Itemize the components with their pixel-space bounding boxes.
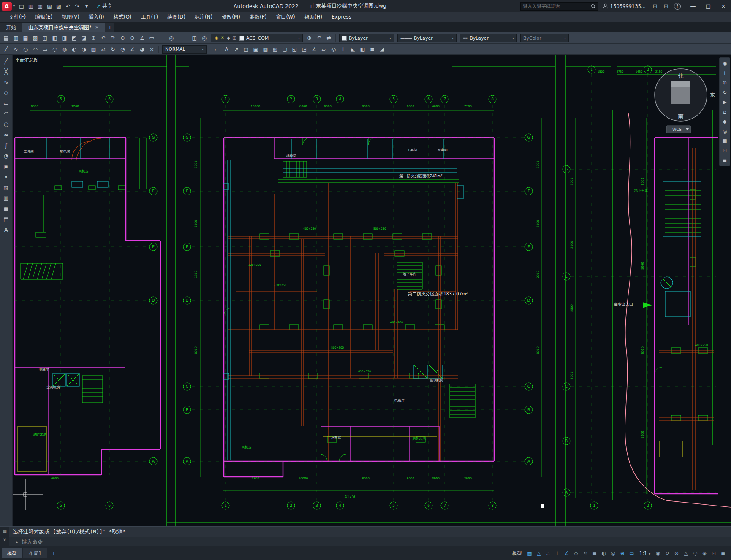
menu-item[interactable]: 窗口(W) (272, 12, 300, 22)
list-icon[interactable]: ≡ (367, 45, 377, 54)
search-input[interactable] (523, 3, 589, 9)
layer-list-icon[interactable]: ≡ (157, 33, 166, 43)
ellipse-tool-icon[interactable]: ◔ (1, 151, 11, 161)
infer-constraints-icon[interactable]: ∴ (543, 549, 553, 558)
angle-icon[interactable]: ∠ (309, 45, 319, 54)
tab-start[interactable]: 开始 (0, 23, 22, 32)
nav-menu-icon[interactable]: ≡ (720, 156, 729, 165)
annotation-visibility-icon[interactable]: ◉ (653, 549, 663, 558)
customization-icon[interactable]: ≡ (718, 549, 728, 558)
open-file-icon[interactable]: ▥ (26, 2, 35, 11)
arc-tool-icon[interactable]: ◠ (1, 109, 11, 119)
osnap-settings-icon[interactable]: ◎ (166, 33, 176, 43)
close-button[interactable]: × (716, 0, 731, 12)
layer-lock-icon[interactable]: ◆ (226, 34, 231, 42)
grid-icon[interactable]: ▦ (525, 549, 534, 558)
command-dock-grid-icon[interactable]: ▦ (3, 528, 7, 534)
measure-icon[interactable]: ∠ (137, 33, 147, 43)
compass-south-label[interactable]: 南 (678, 113, 684, 119)
rotate-icon[interactable]: ↻ (108, 45, 118, 54)
line-tool-icon[interactable]: ╱ (1, 56, 11, 66)
isolate-objects-icon[interactable]: ◌ (690, 549, 700, 558)
show-motion-icon[interactable]: ▶ (720, 98, 729, 106)
redo-small-icon[interactable]: ↷ (108, 33, 118, 43)
model-space-toggle[interactable]: 模型 (510, 550, 524, 557)
move-icon[interactable]: ⇄ (98, 45, 108, 54)
command-close-icon[interactable]: × (3, 537, 6, 543)
linetype-dropdown[interactable]: ——— ByLayer ▾ (397, 34, 457, 42)
polygon-tool-icon[interactable]: ◇ (1, 88, 11, 97)
spline-tool-icon[interactable]: ∫ (1, 141, 11, 150)
insert-block-icon[interactable]: ▧ (261, 45, 270, 54)
menu-item[interactable]: 编辑(E) (30, 12, 57, 22)
point-style-icon[interactable]: ◪ (377, 45, 387, 54)
redo-icon[interactable]: ↷ (73, 2, 82, 11)
publish-icon[interactable]: ◧ (50, 33, 60, 43)
qsave-icon[interactable]: ▦ (21, 33, 30, 43)
command-input-row[interactable]: ≡▸ 键入命令 (0, 537, 731, 547)
point-tool-icon[interactable]: • (1, 172, 11, 182)
copy-icon[interactable]: ◍ (60, 45, 69, 54)
line-icon[interactable]: ╱ (1, 45, 11, 54)
tangent-icon[interactable]: ◣ (348, 45, 358, 54)
leader-icon[interactable]: ↗ (231, 45, 241, 54)
circle-icon[interactable]: ○ (21, 45, 30, 54)
drawing-canvas[interactable]: 北 南 东 WCS 123456781234567856561212GFEDCB… (13, 55, 731, 526)
isolate-icon[interactable]: ◎ (720, 127, 729, 135)
boundary-icon[interactable]: ▢ (280, 45, 290, 54)
maximize-button[interactable]: □ (701, 0, 716, 12)
hatch-icon[interactable]: ▨ (270, 45, 280, 54)
menu-item[interactable]: 参数(P) (245, 12, 272, 22)
layer-dropdown[interactable]: ◉☀◆◫ ACS_COM ▾ (211, 34, 303, 42)
workspace-gear-icon[interactable]: ⊛ (672, 549, 681, 558)
match-properties-icon[interactable]: ⊕ (89, 33, 98, 43)
help-icon[interactable]: ? (674, 3, 681, 10)
area-icon[interactable]: ▱ (319, 45, 329, 54)
qnew-icon[interactable]: ▤ (1, 33, 11, 43)
compass-east-label[interactable]: 东 (710, 92, 715, 98)
model-tab[interactable]: 模型 (2, 548, 22, 558)
menu-item[interactable]: 修改(M) (217, 12, 245, 22)
add-layout-button[interactable]: + (48, 550, 60, 556)
make-layer-current-icon[interactable]: ⊕ (304, 33, 314, 43)
mtext-icon[interactable]: A (222, 45, 231, 54)
region-tool-icon[interactable]: ▦ (1, 204, 11, 214)
plot-preview-icon[interactable]: ◫ (40, 33, 50, 43)
block-icon[interactable]: ▣ (251, 45, 261, 54)
zoom-realtime-icon[interactable]: ⊙ (118, 33, 128, 43)
group-icon[interactable]: ◱ (290, 45, 299, 54)
cut-icon[interactable]: ◨ (60, 33, 69, 43)
menu-item[interactable]: 帮助(H) (300, 12, 327, 22)
save-as-icon[interactable]: ▧ (45, 2, 54, 11)
cart-icon[interactable]: ⊟ (650, 3, 660, 9)
plot-small-icon[interactable]: ▨ (30, 33, 40, 43)
dynamic-input-icon[interactable]: ▭ (627, 549, 636, 558)
home-view-icon[interactable]: ⌂ (720, 108, 729, 116)
account-button[interactable]: 1505999135... (603, 3, 646, 9)
plot-icon[interactable]: ▨ (54, 2, 63, 11)
menu-item[interactable]: 绘图(D) (163, 12, 190, 22)
scale-icon[interactable]: ◔ (118, 45, 128, 54)
command-recent-icon[interactable]: ▸ (16, 539, 19, 545)
selection-cycling-icon[interactable]: ◎ (609, 549, 618, 558)
text-style-dropdown[interactable]: NORMAL ▾ (162, 45, 207, 54)
compass-north-label[interactable]: 北 (678, 73, 684, 79)
menu-item[interactable]: 视图(V) (57, 12, 84, 22)
isodraft-icon[interactable]: ◇ (571, 549, 581, 558)
save-icon[interactable]: ▦ (35, 2, 45, 11)
revcloud-tool-icon[interactable]: ≈ (1, 130, 11, 140)
plot-style-dropdown[interactable]: ByColor ▾ (520, 34, 569, 42)
paste-icon[interactable]: ◪ (79, 33, 89, 43)
copy-clip-icon[interactable]: ◩ (69, 33, 79, 43)
annotation-monitor-icon[interactable]: △ (681, 549, 690, 558)
layer-sun-icon[interactable]: ☀ (220, 34, 226, 42)
logo-caret-icon[interactable]: ▾ (13, 4, 15, 8)
text-tool-icon[interactable]: A (1, 225, 11, 235)
minimize-button[interactable]: — (685, 0, 701, 12)
mirror-icon[interactable]: ◐ (69, 45, 79, 54)
polar-icon[interactable]: ∠ (562, 549, 571, 558)
otrack-icon[interactable]: ≈ (581, 549, 590, 558)
layer-match-icon[interactable]: ⇄ (324, 33, 334, 43)
tab-close-icon[interactable]: × (95, 23, 99, 32)
layer-isolate-icon[interactable]: ◎ (199, 33, 209, 43)
